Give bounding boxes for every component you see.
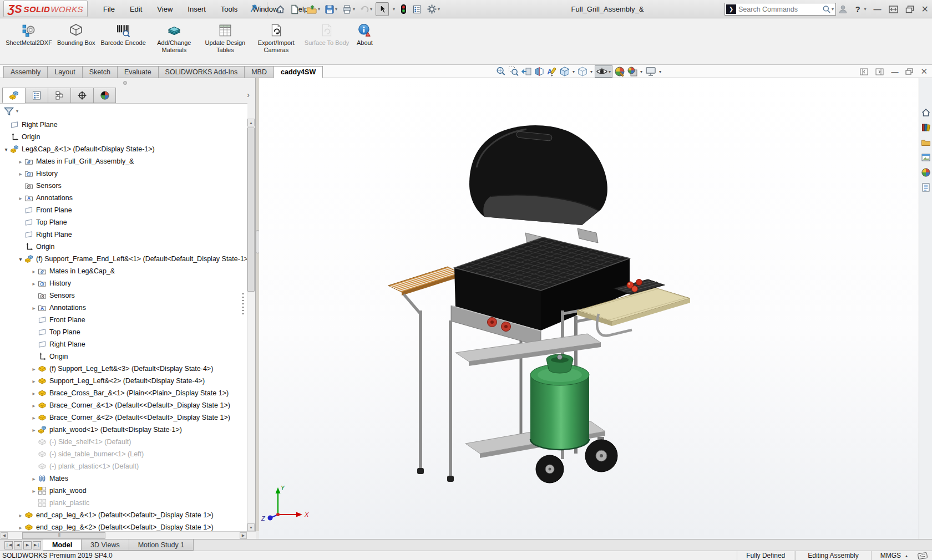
tree-expand-icon[interactable] — [30, 476, 38, 482]
tree-item[interactable]: Right Plane — [0, 338, 247, 350]
tree-item[interactable]: plank_wood<1> (Default<Display State-1>) — [0, 424, 247, 436]
minimize-icon[interactable]: — — [874, 5, 882, 14]
command-tab[interactable]: Sketch — [82, 66, 117, 78]
tree-item[interactable]: (-) plank_plastic<1> (Default) — [0, 460, 247, 472]
ribbon-button[interactable]: Surface To Body — [302, 22, 352, 48]
tree-expand-icon[interactable] — [17, 159, 24, 165]
custom-properties-icon[interactable] — [920, 182, 931, 193]
tree-vertical-scrollbar[interactable]: ▲ ▼ — [247, 119, 255, 531]
tree-item[interactable]: Right Plane — [0, 119, 247, 131]
panel-splitter-grip[interactable] — [123, 81, 127, 85]
tree-expand-icon[interactable] — [30, 268, 38, 274]
tab-display-manager[interactable] — [93, 88, 116, 103]
scroll-left-icon[interactable]: ◀ — [1, 532, 8, 539]
scroll-right-icon[interactable]: ▶ — [240, 532, 247, 539]
tree-expand-icon[interactable] — [30, 281, 38, 287]
next-tab-icon[interactable]: ▶ — [23, 541, 32, 549]
filter-dropdown-icon[interactable]: ▾ — [16, 109, 18, 114]
tree-expand-icon[interactable] — [2, 146, 10, 152]
pane-right-icon[interactable] — [875, 68, 884, 75]
pane-left-icon[interactable] — [860, 68, 868, 75]
grill-3d-model[interactable] — [388, 125, 690, 483]
scrollbar-thumb[interactable] — [22, 532, 105, 539]
select-dropdown[interactable]: ▾ — [391, 6, 396, 13]
menu-item[interactable]: View — [157, 5, 173, 13]
filter-funnel-icon[interactable] — [3, 106, 14, 117]
tree-expand-icon[interactable] — [30, 378, 38, 384]
tree-item[interactable]: Support_Leg_Left&<2> (Default<Display St… — [0, 375, 247, 387]
scrollbar-thumb[interactable] — [247, 128, 255, 292]
design-library-icon[interactable] — [920, 122, 931, 133]
tree-item[interactable]: plank_plastic — [0, 497, 247, 509]
restore-window-icon[interactable] — [905, 6, 914, 13]
display-style-dropdown-icon[interactable]: ▾ — [590, 69, 592, 74]
appearances-icon[interactable] — [920, 167, 931, 178]
close-icon[interactable]: ✕ — [921, 4, 929, 14]
tree-item[interactable]: Brace_Cross_Bar_&<1> (Plain<<Plain>_Disp… — [0, 387, 247, 399]
tree-item[interactable]: (-) Side_shelf<1> (Default) — [0, 436, 247, 448]
status-item[interactable]: MMGS — [871, 551, 910, 560]
ribbon-button[interactable]: Barcode Encode — [98, 22, 149, 48]
login-user-icon[interactable] — [838, 4, 848, 14]
view-settings-icon[interactable] — [645, 66, 657, 77]
tree-item[interactable]: History — [0, 277, 247, 289]
select-cursor-icon[interactable] — [376, 2, 389, 16]
zoom-to-area-icon[interactable] — [508, 66, 519, 77]
pin-icon[interactable] — [250, 4, 258, 16]
menu-item[interactable]: Tools — [221, 5, 237, 13]
restore-document-icon[interactable] — [905, 68, 913, 75]
hide-show-items-button[interactable]: ▾ — [595, 65, 612, 78]
study-tab[interactable]: Model — [43, 539, 82, 551]
tree-item[interactable]: Top Plane — [0, 216, 247, 228]
graphics-viewport[interactable]: Y X Z — [259, 78, 919, 539]
tree-item[interactable]: (f) Support_Leg_Left&<3> (Default<Displa… — [0, 363, 247, 375]
tree-item[interactable]: (-) side_table_burner<1> (Left) — [0, 448, 247, 460]
home-icon[interactable] — [274, 3, 287, 16]
tree-item[interactable]: Brace_Corner_&<2> (Default<<Default>_Dis… — [0, 411, 247, 424]
command-tab[interactable]: Assembly — [3, 66, 47, 78]
tree-horizontal-scrollbar[interactable]: ◀ ▶ — [0, 531, 256, 539]
units-dropdown-icon[interactable]: ▴ — [905, 553, 908, 558]
command-tab[interactable]: SOLIDWORKS Add-Ins — [158, 66, 245, 78]
tree-expand-icon[interactable] — [30, 366, 38, 372]
last-tab-icon[interactable]: ▶❘ — [33, 541, 41, 549]
status-item[interactable]: Editing Assembly — [794, 551, 870, 560]
tree-item[interactable]: Mates — [0, 472, 247, 485]
tree-item[interactable]: end_cap_leg_&<1> (Default<<Default>_Disp… — [0, 509, 247, 521]
search-commands-box[interactable]: ❯ ▾ — [725, 3, 836, 16]
tree-item[interactable]: Sensors — [0, 289, 247, 302]
previous-view-icon[interactable] — [521, 66, 532, 77]
view-orientation-icon[interactable] — [559, 66, 570, 77]
save-icon[interactable]: ▾ — [323, 3, 338, 16]
tree-item[interactable]: Origin — [0, 131, 247, 143]
tree-item[interactable]: Annotations — [0, 192, 247, 204]
tree-item[interactable]: Sensors — [0, 180, 247, 192]
menu-item[interactable]: Insert — [188, 5, 206, 13]
tree-expand-icon[interactable] — [17, 171, 24, 177]
edit-appearance-icon[interactable] — [614, 66, 625, 77]
tree-expand-icon[interactable] — [17, 525, 24, 531]
help-icon[interactable]: ? — [855, 4, 860, 14]
file-explorer-icon[interactable] — [920, 137, 931, 148]
tree-item[interactable]: Origin — [0, 350, 247, 363]
close-document-icon[interactable]: ✕ — [920, 67, 928, 77]
tab-feature-manager[interactable] — [2, 88, 25, 103]
tree-item[interactable]: (f) Support_Frame_End_Left&<1> (Default<… — [0, 253, 247, 265]
ribbon-button[interactable]: Add/Change Materials — [149, 22, 200, 54]
tab-property-manager[interactable] — [25, 88, 48, 103]
command-tab[interactable]: Evaluate — [117, 66, 158, 78]
tree-expand-icon[interactable] — [30, 488, 38, 494]
tree-item[interactable]: end_cap_leg_&<2> (Default<<Default>_Disp… — [0, 521, 247, 531]
tree-item[interactable]: Front Plane — [0, 204, 247, 216]
tree-expand-icon[interactable] — [30, 427, 38, 433]
settings-gear-icon[interactable]: ▾ — [426, 3, 441, 16]
view-palette-icon[interactable] — [920, 152, 931, 163]
panel-resize-grip[interactable] — [242, 293, 244, 314]
print-icon[interactable]: ▾ — [341, 3, 356, 16]
tags-icon[interactable] — [918, 552, 928, 559]
options-list-icon[interactable] — [411, 3, 423, 16]
ribbon-button[interactable]: Export/Import Cameras — [251, 22, 302, 54]
home-icon[interactable] — [920, 107, 931, 118]
tree-expand-icon[interactable] — [30, 415, 38, 421]
tree-item[interactable]: History — [0, 167, 247, 180]
